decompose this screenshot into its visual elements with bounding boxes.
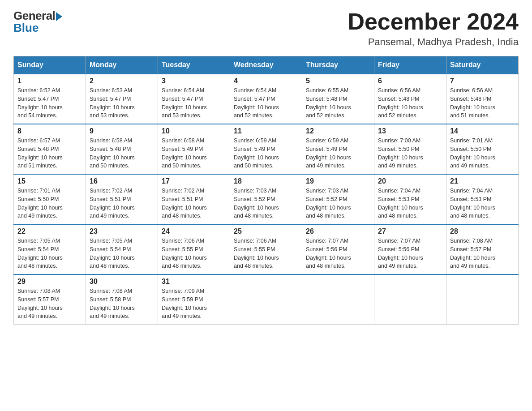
calendar-cell: 9Sunrise: 6:58 AMSunset: 5:48 PMDaylight… bbox=[86, 124, 158, 174]
day-number: 15 bbox=[17, 177, 82, 185]
day-number: 20 bbox=[378, 177, 442, 185]
day-info: Sunrise: 6:58 AMSunset: 5:48 PMDaylight:… bbox=[90, 137, 154, 170]
day-number: 4 bbox=[234, 77, 298, 85]
calendar-cell: 27Sunrise: 7:07 AMSunset: 5:56 PMDayligh… bbox=[374, 224, 446, 274]
page-header: General Blue December 2024 Pansemal, Mad… bbox=[13, 9, 519, 48]
day-info: Sunrise: 7:08 AMSunset: 5:57 PMDaylight:… bbox=[17, 287, 82, 321]
day-info: Sunrise: 7:01 AMSunset: 5:50 PMDaylight:… bbox=[450, 137, 515, 170]
day-info: Sunrise: 6:59 AMSunset: 5:49 PMDaylight:… bbox=[306, 137, 370, 170]
day-number: 26 bbox=[306, 227, 370, 235]
day-info: Sunrise: 6:59 AMSunset: 5:49 PMDaylight:… bbox=[234, 137, 298, 170]
day-number: 25 bbox=[234, 227, 298, 235]
day-number: 28 bbox=[450, 227, 515, 235]
calendar-cell bbox=[302, 274, 374, 325]
calendar-cell: 3Sunrise: 6:54 AMSunset: 5:47 PMDaylight… bbox=[158, 74, 230, 124]
calendar-cell: 24Sunrise: 7:06 AMSunset: 5:55 PMDayligh… bbox=[158, 224, 230, 274]
calendar-cell: 23Sunrise: 7:05 AMSunset: 5:54 PMDayligh… bbox=[86, 224, 158, 274]
calendar-cell: 7Sunrise: 6:56 AMSunset: 5:48 PMDaylight… bbox=[446, 74, 519, 124]
day-number: 24 bbox=[162, 227, 226, 235]
calendar-cell: 26Sunrise: 7:07 AMSunset: 5:56 PMDayligh… bbox=[302, 224, 374, 274]
calendar-cell: 6Sunrise: 6:56 AMSunset: 5:48 PMDaylight… bbox=[374, 74, 446, 124]
day-number: 2 bbox=[90, 77, 154, 85]
day-info: Sunrise: 6:56 AMSunset: 5:48 PMDaylight:… bbox=[378, 86, 442, 120]
day-info: Sunrise: 7:03 AMSunset: 5:52 PMDaylight:… bbox=[234, 187, 298, 220]
day-info: Sunrise: 7:09 AMSunset: 5:59 PMDaylight:… bbox=[162, 287, 226, 321]
column-header-friday: Friday bbox=[374, 56, 446, 74]
calendar-cell: 22Sunrise: 7:05 AMSunset: 5:54 PMDayligh… bbox=[14, 224, 86, 274]
day-info: Sunrise: 7:04 AMSunset: 5:53 PMDaylight:… bbox=[450, 187, 515, 220]
calendar-cell: 30Sunrise: 7:08 AMSunset: 5:58 PMDayligh… bbox=[86, 274, 158, 325]
day-info: Sunrise: 6:53 AMSunset: 5:47 PMDaylight:… bbox=[90, 86, 154, 120]
day-info: Sunrise: 6:56 AMSunset: 5:48 PMDaylight:… bbox=[450, 86, 515, 120]
day-number: 23 bbox=[90, 227, 154, 235]
day-info: Sunrise: 7:02 AMSunset: 5:51 PMDaylight:… bbox=[90, 187, 154, 220]
calendar-cell: 4Sunrise: 6:54 AMSunset: 5:47 PMDaylight… bbox=[230, 74, 302, 124]
day-number: 30 bbox=[90, 278, 154, 286]
day-number: 1 bbox=[17, 77, 82, 85]
column-header-tuesday: Tuesday bbox=[158, 56, 230, 74]
calendar-cell: 1Sunrise: 6:52 AMSunset: 5:47 PMDaylight… bbox=[14, 74, 86, 124]
day-info: Sunrise: 7:07 AMSunset: 5:56 PMDaylight:… bbox=[306, 237, 370, 270]
calendar-cell: 31Sunrise: 7:09 AMSunset: 5:59 PMDayligh… bbox=[158, 274, 230, 325]
day-info: Sunrise: 6:55 AMSunset: 5:48 PMDaylight:… bbox=[306, 86, 370, 120]
day-info: Sunrise: 7:00 AMSunset: 5:50 PMDaylight:… bbox=[378, 137, 442, 170]
week-row-5: 29Sunrise: 7:08 AMSunset: 5:57 PMDayligh… bbox=[14, 274, 519, 325]
day-number: 3 bbox=[162, 77, 226, 85]
calendar-cell: 29Sunrise: 7:08 AMSunset: 5:57 PMDayligh… bbox=[14, 274, 86, 325]
column-header-wednesday: Wednesday bbox=[230, 56, 302, 74]
day-number: 29 bbox=[17, 278, 82, 286]
calendar-cell: 13Sunrise: 7:00 AMSunset: 5:50 PMDayligh… bbox=[374, 124, 446, 174]
calendar-cell: 18Sunrise: 7:03 AMSunset: 5:52 PMDayligh… bbox=[230, 174, 302, 224]
calendar-cell: 17Sunrise: 7:02 AMSunset: 5:51 PMDayligh… bbox=[158, 174, 230, 224]
day-number: 8 bbox=[17, 127, 82, 135]
day-info: Sunrise: 7:06 AMSunset: 5:55 PMDaylight:… bbox=[234, 237, 298, 270]
calendar-cell: 15Sunrise: 7:01 AMSunset: 5:50 PMDayligh… bbox=[14, 174, 86, 224]
day-info: Sunrise: 7:07 AMSunset: 5:56 PMDaylight:… bbox=[378, 237, 442, 270]
day-number: 18 bbox=[234, 177, 298, 185]
calendar-cell: 21Sunrise: 7:04 AMSunset: 5:53 PMDayligh… bbox=[446, 174, 519, 224]
column-header-sunday: Sunday bbox=[14, 56, 86, 74]
day-info: Sunrise: 7:08 AMSunset: 5:58 PMDaylight:… bbox=[90, 287, 154, 321]
day-info: Sunrise: 6:52 AMSunset: 5:47 PMDaylight:… bbox=[17, 86, 82, 120]
calendar-cell: 14Sunrise: 7:01 AMSunset: 5:50 PMDayligh… bbox=[446, 124, 519, 174]
day-info: Sunrise: 7:02 AMSunset: 5:51 PMDaylight:… bbox=[162, 187, 226, 220]
calendar-cell: 8Sunrise: 6:57 AMSunset: 5:48 PMDaylight… bbox=[14, 124, 86, 174]
calendar-cell bbox=[374, 274, 446, 325]
day-number: 17 bbox=[162, 177, 226, 185]
day-number: 27 bbox=[378, 227, 442, 235]
calendar-cell: 5Sunrise: 6:55 AMSunset: 5:48 PMDaylight… bbox=[302, 74, 374, 124]
day-info: Sunrise: 6:54 AMSunset: 5:47 PMDaylight:… bbox=[162, 86, 226, 120]
column-header-thursday: Thursday bbox=[302, 56, 374, 74]
day-number: 11 bbox=[234, 127, 298, 135]
week-row-2: 8Sunrise: 6:57 AMSunset: 5:48 PMDaylight… bbox=[14, 124, 519, 174]
day-number: 6 bbox=[378, 77, 442, 85]
day-info: Sunrise: 6:58 AMSunset: 5:49 PMDaylight:… bbox=[162, 137, 226, 170]
calendar-table: SundayMondayTuesdayWednesdayThursdayFrid… bbox=[13, 56, 519, 325]
day-info: Sunrise: 7:05 AMSunset: 5:54 PMDaylight:… bbox=[90, 237, 154, 270]
day-info: Sunrise: 7:06 AMSunset: 5:55 PMDaylight:… bbox=[162, 237, 226, 270]
day-info: Sunrise: 6:54 AMSunset: 5:47 PMDaylight:… bbox=[234, 86, 298, 120]
day-number: 16 bbox=[90, 177, 154, 185]
calendar-cell: 16Sunrise: 7:02 AMSunset: 5:51 PMDayligh… bbox=[86, 174, 158, 224]
day-info: Sunrise: 7:03 AMSunset: 5:52 PMDaylight:… bbox=[306, 187, 370, 220]
location-title: Pansemal, Madhya Pradesh, India bbox=[348, 36, 519, 48]
day-number: 31 bbox=[162, 278, 226, 286]
logo-blue-text: Blue bbox=[13, 21, 39, 35]
week-row-3: 15Sunrise: 7:01 AMSunset: 5:50 PMDayligh… bbox=[14, 174, 519, 224]
title-block: December 2024 Pansemal, Madhya Pradesh, … bbox=[348, 9, 519, 48]
day-info: Sunrise: 7:08 AMSunset: 5:57 PMDaylight:… bbox=[450, 237, 515, 270]
logo: General Blue bbox=[13, 9, 62, 35]
calendar-cell: 12Sunrise: 6:59 AMSunset: 5:49 PMDayligh… bbox=[302, 124, 374, 174]
calendar-cell: 10Sunrise: 6:58 AMSunset: 5:49 PMDayligh… bbox=[158, 124, 230, 174]
day-info: Sunrise: 7:01 AMSunset: 5:50 PMDaylight:… bbox=[17, 187, 82, 220]
day-info: Sunrise: 6:57 AMSunset: 5:48 PMDaylight:… bbox=[17, 137, 82, 170]
column-header-saturday: Saturday bbox=[446, 56, 519, 74]
calendar-cell: 11Sunrise: 6:59 AMSunset: 5:49 PMDayligh… bbox=[230, 124, 302, 174]
day-number: 13 bbox=[378, 127, 442, 135]
calendar-cell: 25Sunrise: 7:06 AMSunset: 5:55 PMDayligh… bbox=[230, 224, 302, 274]
calendar-cell bbox=[230, 274, 302, 325]
calendar-cell: 2Sunrise: 6:53 AMSunset: 5:47 PMDaylight… bbox=[86, 74, 158, 124]
day-number: 21 bbox=[450, 177, 515, 185]
day-number: 9 bbox=[90, 127, 154, 135]
day-number: 7 bbox=[450, 77, 515, 85]
